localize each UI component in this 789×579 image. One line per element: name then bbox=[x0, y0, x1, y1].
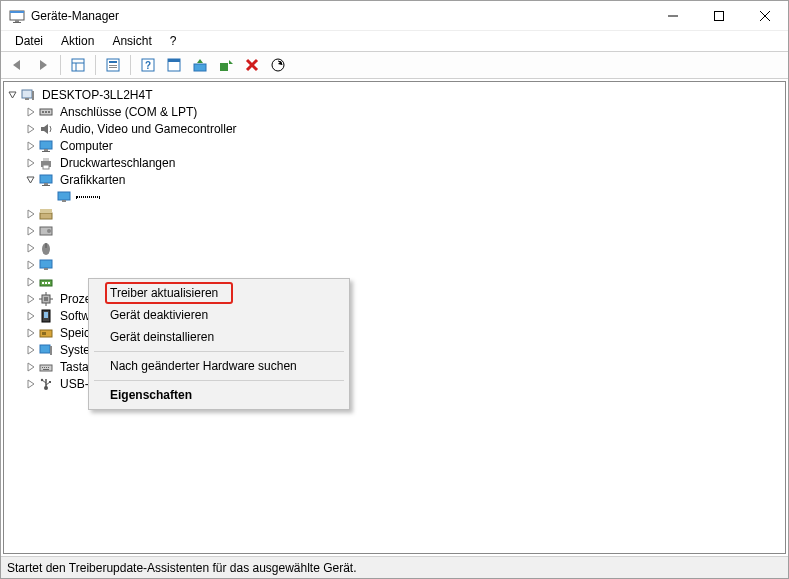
action-button[interactable] bbox=[162, 53, 186, 77]
uninstall-device-button[interactable] bbox=[240, 53, 264, 77]
close-button[interactable] bbox=[742, 1, 788, 30]
expand-icon[interactable] bbox=[24, 122, 38, 136]
svg-rect-63 bbox=[42, 332, 46, 335]
show-hide-tree-button[interactable] bbox=[66, 53, 90, 77]
printer-icon bbox=[38, 155, 54, 171]
help-button[interactable]: ? bbox=[136, 53, 160, 77]
collapse-icon[interactable] bbox=[24, 173, 38, 187]
svg-rect-8 bbox=[72, 59, 84, 71]
forward-button[interactable] bbox=[31, 53, 55, 77]
svg-point-28 bbox=[42, 111, 44, 113]
tree-item-label: Anschlüsse (COM & LPT) bbox=[58, 105, 199, 119]
expand-icon[interactable] bbox=[24, 360, 38, 374]
expand-icon[interactable] bbox=[24, 377, 38, 391]
menu-file[interactable]: Datei bbox=[7, 32, 51, 50]
expand-icon[interactable] bbox=[24, 309, 38, 323]
tree-item-audio[interactable]: Audio, Video und Gamecontroller bbox=[6, 120, 783, 137]
separator bbox=[94, 351, 344, 352]
svg-rect-64 bbox=[40, 345, 50, 353]
port-icon bbox=[38, 104, 54, 120]
back-button[interactable] bbox=[5, 53, 29, 77]
ctx-properties[interactable]: Eigenschaften bbox=[92, 384, 346, 406]
svg-rect-71 bbox=[43, 369, 49, 370]
tree-item-computer[interactable]: Computer bbox=[6, 137, 783, 154]
expand-icon[interactable] bbox=[24, 292, 38, 306]
cpu-icon bbox=[38, 291, 54, 307]
svg-rect-33 bbox=[42, 151, 50, 152]
disable-device-button[interactable] bbox=[214, 53, 238, 77]
svg-rect-2 bbox=[15, 20, 19, 22]
keyboard-icon bbox=[38, 359, 54, 375]
computer-icon bbox=[20, 87, 36, 103]
menu-view[interactable]: Ansicht bbox=[104, 32, 159, 50]
separator bbox=[95, 55, 96, 75]
tree-item-printqueues[interactable]: Druckwarteschlangen bbox=[6, 154, 783, 171]
display-icon bbox=[56, 189, 72, 205]
expand-icon[interactable] bbox=[24, 139, 38, 153]
menu-help[interactable]: ? bbox=[162, 32, 185, 50]
expand-icon[interactable] bbox=[24, 156, 38, 170]
svg-point-30 bbox=[48, 111, 50, 113]
tree-item-display-adapters[interactable]: Grafikkarten bbox=[6, 171, 783, 188]
tree-item-mouse[interactable] bbox=[6, 239, 783, 256]
expand-icon[interactable] bbox=[24, 326, 38, 340]
expand-icon[interactable] bbox=[24, 105, 38, 119]
svg-rect-38 bbox=[44, 183, 48, 185]
svg-point-45 bbox=[47, 229, 51, 233]
svg-rect-20 bbox=[220, 63, 228, 71]
expand-icon[interactable] bbox=[24, 275, 38, 289]
expand-icon[interactable] bbox=[24, 224, 38, 238]
expand-icon[interactable] bbox=[24, 258, 38, 272]
network-icon bbox=[38, 274, 54, 290]
svg-rect-39 bbox=[42, 185, 50, 186]
tree-item-ports[interactable]: Anschlüsse (COM & LPT) bbox=[6, 103, 783, 120]
update-driver-button[interactable] bbox=[188, 53, 212, 77]
tree-item-hid[interactable] bbox=[6, 205, 783, 222]
svg-rect-61 bbox=[44, 312, 48, 318]
svg-rect-13 bbox=[109, 65, 117, 66]
tree-item-disk[interactable] bbox=[6, 222, 783, 239]
expand-icon[interactable] bbox=[24, 241, 38, 255]
tree-item-monitor[interactable] bbox=[6, 256, 783, 273]
svg-rect-12 bbox=[109, 61, 117, 63]
tree-item-display-adapter-child[interactable] bbox=[6, 188, 783, 205]
svg-rect-24 bbox=[22, 90, 32, 98]
svg-rect-55 bbox=[44, 297, 48, 301]
device-tree[interactable]: DESKTOP-3LL2H4T Anschlüsse (COM & LPT) A… bbox=[3, 81, 786, 554]
svg-rect-32 bbox=[44, 149, 48, 151]
usb-icon bbox=[38, 376, 54, 392]
properties-button[interactable] bbox=[101, 53, 125, 77]
svg-rect-69 bbox=[46, 367, 47, 368]
tree-item-label: Audio, Video und Gamecontroller bbox=[58, 122, 239, 136]
statusbar: Startet den Treiberupdate-Assistenten fü… bbox=[1, 556, 788, 578]
svg-rect-3 bbox=[13, 22, 21, 23]
tree-item-label: Druckwarteschlangen bbox=[58, 156, 177, 170]
toolbar: ? bbox=[1, 51, 788, 79]
mouse-icon bbox=[38, 240, 54, 256]
expand-icon[interactable] bbox=[24, 343, 38, 357]
context-menu: Treiber aktualisieren Gerät deaktivieren… bbox=[88, 278, 350, 410]
ctx-scan-hardware[interactable]: Nach geänderter Hardware suchen bbox=[92, 355, 346, 377]
svg-rect-26 bbox=[25, 98, 29, 100]
svg-rect-48 bbox=[40, 260, 52, 268]
maximize-button[interactable] bbox=[696, 1, 742, 30]
minimize-button[interactable] bbox=[650, 1, 696, 30]
app-icon bbox=[9, 8, 25, 24]
svg-rect-19 bbox=[194, 64, 206, 71]
collapse-icon[interactable] bbox=[6, 88, 20, 102]
svg-rect-5 bbox=[715, 11, 724, 20]
svg-rect-42 bbox=[40, 213, 52, 219]
tree-root[interactable]: DESKTOP-3LL2H4T bbox=[6, 86, 783, 103]
ctx-update-driver[interactable]: Treiber aktualisieren bbox=[92, 282, 346, 304]
ctx-uninstall-device[interactable]: Gerät deinstallieren bbox=[92, 326, 346, 348]
scan-hardware-button[interactable] bbox=[266, 53, 290, 77]
ctx-disable-device[interactable]: Gerät deaktivieren bbox=[92, 304, 346, 326]
svg-rect-43 bbox=[40, 209, 52, 213]
tree-item-label: Computer bbox=[58, 139, 115, 153]
svg-rect-41 bbox=[62, 200, 66, 202]
expand-icon[interactable] bbox=[24, 207, 38, 221]
menu-action[interactable]: Aktion bbox=[53, 32, 102, 50]
svg-rect-51 bbox=[42, 282, 44, 284]
display-icon bbox=[38, 172, 54, 188]
storagectl-icon bbox=[38, 325, 54, 341]
